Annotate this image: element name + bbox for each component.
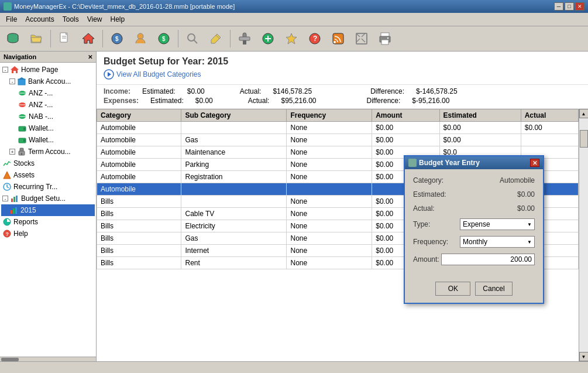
table-cell: None: [287, 245, 372, 257]
menu-accounts[interactable]: Accounts: [22, 14, 57, 25]
menu-view[interactable]: View: [84, 14, 106, 25]
table-cell: None: [287, 208, 372, 220]
type-dropdown-arrow: ▼: [527, 222, 532, 227]
sidebar-item-anz1[interactable]: ANZ -...: [1, 87, 95, 99]
sidebar-item-stocks[interactable]: Stocks: [1, 158, 95, 169]
expand-home[interactable]: -: [2, 67, 8, 73]
dialog-close-button[interactable]: ✕: [530, 159, 539, 167]
toolbar-search[interactable]: [182, 28, 203, 49]
svg-text:?: ?: [6, 231, 9, 237]
scroll-down-arrow[interactable]: ▼: [579, 352, 589, 361]
sidebar-item-budget-2015[interactable]: 2015: [1, 204, 95, 216]
table-cell: None: [287, 159, 372, 171]
toolbar-home[interactable]: [78, 28, 99, 49]
dialog-estimated-row: Estimated: $0.00: [413, 190, 535, 199]
expand-bank[interactable]: -: [9, 78, 15, 84]
menu-tools[interactable]: Tools: [59, 14, 82, 25]
table-cell: Registration: [181, 171, 287, 183]
table-cell: [181, 122, 287, 134]
table-cell: [181, 196, 287, 208]
nav-scrollbar[interactable]: [0, 357, 96, 361]
svg-text:?: ?: [313, 35, 317, 43]
view-all-link[interactable]: View All Budget Categories: [104, 69, 581, 80]
sidebar-item-assets[interactable]: Assets: [1, 169, 95, 181]
toolbar-open[interactable]: [26, 28, 47, 49]
dialog-actual-label: Actual:: [413, 204, 460, 213]
expenses-estimated-label: Estimated:: [150, 97, 184, 105]
sidebar-item-wallet2-label: Wallet...: [29, 136, 54, 144]
minimize-button[interactable]: ─: [554, 2, 563, 11]
sidebar-item-help[interactable]: ? Help: [1, 228, 95, 239]
dialog-actual-value: $0.00: [460, 204, 535, 213]
title-bar-left: MoneyManagerEx - C:\Dev\test_mmex_db_201…: [4, 2, 235, 11]
sidebar-item-recurring[interactable]: Recurring Tr...: [1, 181, 95, 193]
scroll-up-arrow[interactable]: ▲: [579, 109, 589, 118]
stocks-icon: [2, 159, 12, 168]
table-scrollbar[interactable]: ▲ ▼: [579, 109, 588, 361]
nav-scroll-thumb[interactable]: [1, 358, 19, 361]
table-cell: Maintenance: [181, 146, 287, 159]
col-category: Category: [97, 109, 181, 122]
scroll-track[interactable]: [579, 118, 588, 352]
table-cell: None: [287, 134, 372, 146]
table-cell: None: [287, 257, 372, 269]
toolbar-help-circle[interactable]: ?: [304, 28, 325, 49]
maximize-button[interactable]: □: [565, 2, 574, 11]
dialog-amount-input[interactable]: [441, 254, 535, 265]
toolbar-print[interactable]: [374, 28, 396, 49]
table-row[interactable]: AutomobileGasNone$0.00$0.00: [97, 134, 579, 146]
sidebar-item-bank-label: Bank Accou...: [28, 77, 71, 85]
col-actual: Actual: [521, 109, 578, 122]
sidebar-item-budget-label: Budget Setu...: [21, 194, 66, 203]
toolbar-user[interactable]: [130, 28, 151, 49]
sidebar-item-wallet2[interactable]: Wallet...: [1, 134, 95, 146]
dialog-cancel-button[interactable]: Cancel: [475, 282, 512, 296]
dialog-title-text: Budget Year Entry: [419, 159, 480, 167]
home-icon: [10, 65, 19, 74]
table-row[interactable]: AutomobileNone$0.00$0.00$0.00: [97, 122, 579, 134]
table-cell: [181, 183, 287, 196]
svg-rect-14: [239, 37, 250, 40]
scroll-thumb[interactable]: [580, 130, 588, 148]
dialog-type-selected: Expense: [463, 220, 490, 228]
sidebar-item-term-accounts[interactable]: + Term Accou...: [1, 146, 95, 158]
toolbar-database[interactable]: [2, 28, 23, 49]
toolbar-fullscreen[interactable]: [351, 28, 372, 49]
table-cell: Bills: [97, 245, 181, 257]
dialog-type-row: Type: Expense ▼: [413, 218, 535, 230]
dialog-frequency-label: Frequency:: [413, 238, 460, 246]
expenses-difference-label: Difference:: [367, 97, 401, 105]
nav-close-button[interactable]: ✕: [88, 54, 92, 60]
dialog-estimated-value: $0.00: [460, 190, 535, 199]
expand-budget[interactable]: -: [2, 196, 8, 201]
sidebar-item-nab[interactable]: NAB -...: [1, 111, 95, 122]
close-button[interactable]: ✕: [575, 2, 584, 11]
sidebar-item-bank-accounts[interactable]: - Bank Accou...: [1, 76, 95, 87]
navigation-panel: Navigation ✕ - Home Page - Bank Accou...…: [0, 52, 97, 361]
table-cell: $0.00: [439, 122, 521, 134]
sidebar-item-home[interactable]: - Home Page: [1, 64, 95, 76]
toolbar-rss[interactable]: [328, 28, 349, 49]
menu-file[interactable]: File: [2, 14, 20, 25]
app-icon: [4, 2, 12, 11]
sidebar-item-budget-setup[interactable]: - Budget Setu...: [1, 193, 95, 204]
nav-title: Navigation: [4, 53, 36, 60]
toolbar-currency[interactable]: $: [106, 28, 128, 49]
sidebar-item-anz2[interactable]: ANZ -...: [1, 99, 95, 111]
expenses-summary-row: Expenses: Estimated: $0.00 Actual: $95,2…: [104, 97, 581, 105]
dialog-frequency-select[interactable]: Monthly ▼: [460, 236, 535, 248]
sidebar-item-reports[interactable]: Reports: [1, 216, 95, 228]
menu-help[interactable]: Help: [107, 14, 129, 25]
toolbar-edit[interactable]: [205, 28, 226, 49]
toolbar-add[interactable]: [257, 28, 278, 49]
dialog-type-select[interactable]: Expense ▼: [460, 218, 535, 230]
sidebar-item-reports-label: Reports: [13, 218, 38, 226]
sidebar-item-wallet1[interactable]: Wallet...: [1, 122, 95, 134]
toolbar-new[interactable]: [54, 28, 75, 49]
table-cell: Internet: [181, 245, 287, 257]
expand-term[interactable]: +: [9, 149, 15, 155]
toolbar-tools[interactable]: [234, 28, 255, 49]
toolbar-dollar[interactable]: $: [153, 28, 174, 49]
toolbar-star[interactable]: [281, 28, 302, 49]
dialog-ok-button[interactable]: OK: [435, 282, 470, 296]
